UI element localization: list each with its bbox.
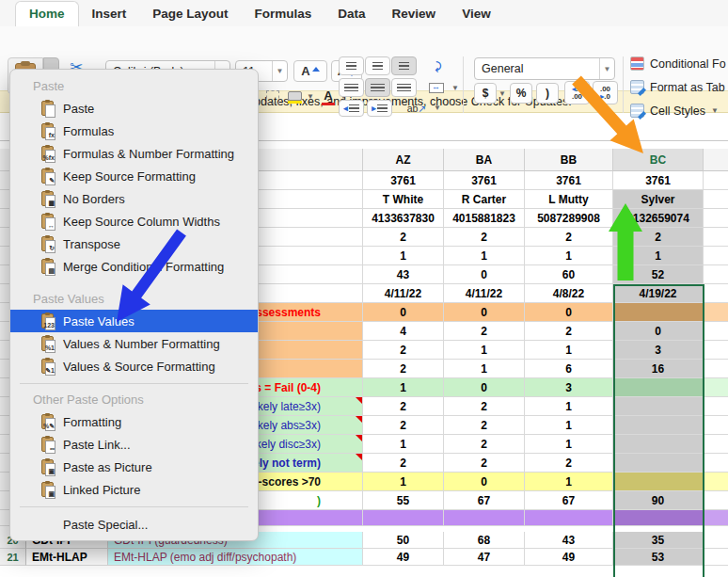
data-cell-ba[interactable]: 0 <box>444 473 525 491</box>
data-cell-az[interactable]: 49 <box>363 549 444 566</box>
data-cell-bc[interactable] <box>613 378 704 397</box>
fill-color-caret[interactable]: ▼ <box>307 92 314 101</box>
data-cell-az[interactable]: 2 <box>363 397 444 416</box>
data-cell-bc[interactable]: 0 <box>613 322 704 341</box>
menu-item-no-borders[interactable]: ▦No Borders <box>10 187 258 210</box>
data-cell-az[interactable]: 2 <box>363 454 444 473</box>
data-cell-bb[interactable]: 1 <box>525 247 613 265</box>
data-cell-az[interactable]: 2 <box>363 341 444 360</box>
data-cell-bc[interactable] <box>613 435 704 454</box>
data-cell-ba[interactable]: 0 <box>444 378 525 397</box>
data-cell-bb[interactable]: 2 <box>525 454 613 473</box>
data-cell-az[interactable]: 1 <box>363 378 444 397</box>
align-right-button[interactable] <box>391 78 417 97</box>
data-cell-bc[interactable]: Sylver <box>613 190 704 209</box>
menu-item-formatting[interactable]: %✎Formatting <box>10 410 258 433</box>
data-cell-bc[interactable]: 16 <box>613 360 704 378</box>
data-cell-az[interactable]: 4/11/22 <box>363 284 444 303</box>
data-cell-bc[interactable]: 52 <box>613 265 704 284</box>
data-cell-az[interactable]: 1 <box>363 473 444 491</box>
data-cell-bc[interactable]: 1 <box>613 247 704 265</box>
data-cell-ba[interactable]: R Carter <box>444 190 525 209</box>
conditional-formatting-button[interactable]: Conditional Fo <box>630 56 726 71</box>
data-cell-bb[interactable]: 49 <box>525 549 613 566</box>
data-cell-bb[interactable]: 1 <box>525 397 613 416</box>
data-cell-ba[interactable]: 67 <box>444 491 525 510</box>
data-cell-bc[interactable]: 53 <box>613 549 704 566</box>
data-cell-az[interactable]: 50 <box>363 532 444 549</box>
text-orientation-caret[interactable]: ▼ <box>434 104 441 112</box>
align-center-button[interactable] <box>365 78 390 97</box>
align-middle-button[interactable] <box>365 56 390 75</box>
tab-view[interactable]: View <box>449 2 504 26</box>
data-cell-bb[interactable]: 60 <box>525 265 613 284</box>
font-color-button[interactable]: A <box>319 86 338 109</box>
tab-formulas[interactable]: Formulas <box>242 2 325 26</box>
column-header-bc[interactable]: BC <box>613 149 704 171</box>
fill-color-button[interactable] <box>285 85 304 109</box>
merge-cells-button[interactable] <box>425 78 448 97</box>
tab-home[interactable]: Home <box>15 1 79 26</box>
text-orientation-button[interactable]: ab↗ <box>403 100 431 117</box>
data-cell-bb[interactable]: 3761 <box>525 171 613 190</box>
align-top-button[interactable] <box>339 56 364 75</box>
tab-data[interactable]: Data <box>324 2 378 26</box>
menu-item-formulas-number-formatting[interactable]: %fxFormulas & Number Formatting <box>10 142 258 165</box>
increase-font-size-button[interactable]: A <box>293 60 327 82</box>
align-left-button[interactable] <box>339 78 364 97</box>
data-cell-ba[interactable]: 1 <box>444 341 525 360</box>
data-cell-bc[interactable]: 2 <box>613 228 704 247</box>
number-format-select[interactable]: General ▼ <box>474 57 615 80</box>
menu-item-linked-picture[interactable]: ▣Linked Picture <box>10 478 258 501</box>
label-cell[interactable]: EMt-HLAP <box>26 549 108 566</box>
data-cell-bb[interactable] <box>525 510 613 526</box>
data-cell-bb[interactable]: 6 <box>525 360 613 378</box>
data-cell-bc[interactable]: 3 <box>613 341 704 360</box>
currency-format-button[interactable]: $ <box>474 83 497 104</box>
tab-insert[interactable]: Insert <box>79 2 140 26</box>
menu-item-paste-values[interactable]: 123Paste Values <box>10 310 258 332</box>
data-cell-az[interactable]: T White <box>363 190 444 209</box>
tab-page-layout[interactable]: Page Layout <box>139 2 241 26</box>
menu-item-values-number-formatting[interactable]: %1Values & Number Formatting <box>10 332 258 355</box>
column-header-ba[interactable]: BA <box>444 149 525 171</box>
data-cell-bb[interactable]: 67 <box>525 491 613 510</box>
data-cell-bc[interactable]: 3761 <box>613 171 704 190</box>
data-cell-bb[interactable]: L Mutty <box>525 190 613 209</box>
data-cell-ba[interactable]: 2 <box>444 435 525 454</box>
data-cell-bb[interactable]: 5087289908 <box>525 209 613 228</box>
data-cell-ba[interactable]: 1 <box>444 247 525 265</box>
data-cell-az[interactable]: 0 <box>363 303 444 322</box>
data-cell-az[interactable] <box>363 510 444 526</box>
data-cell-bb[interactable]: 2 <box>525 228 613 247</box>
borders-button[interactable] <box>263 87 282 107</box>
data-cell-bb[interactable]: 2 <box>525 322 613 341</box>
increase-indent-button[interactable]: ▸ <box>367 100 392 117</box>
align-bottom-button[interactable] <box>391 56 417 75</box>
data-cell-ba[interactable]: 0 <box>444 303 525 322</box>
data-cell-ba[interactable] <box>444 510 525 526</box>
data-cell-bc[interactable] <box>613 416 704 435</box>
menu-item-paste-special[interactable]: Paste Special... <box>10 513 258 536</box>
data-cell-az[interactable]: 2 <box>363 416 444 435</box>
decrease-indent-button[interactable]: ◂ <box>339 100 364 117</box>
data-cell-az[interactable]: 55 <box>363 491 444 510</box>
data-cell-bb[interactable]: 1 <box>525 416 613 435</box>
data-cell-ba[interactable]: 2 <box>444 228 525 247</box>
merge-cells-caret[interactable]: ▼ <box>451 84 459 92</box>
data-cell-bb[interactable]: 1 <box>525 341 613 360</box>
data-cell-ba[interactable]: 4/11/22 <box>444 284 525 303</box>
data-cell-bb[interactable]: 4/8/22 <box>525 284 613 303</box>
data-cell-ba[interactable]: 4015881823 <box>444 209 525 228</box>
data-cell-bc[interactable]: 35 <box>613 532 704 549</box>
data-cell-az[interactable]: 3761 <box>363 171 444 190</box>
description-cell[interactable]: EMt-HLAP (emo adj diff/psychopath) <box>108 549 363 566</box>
data-cell-ba[interactable]: 68 <box>444 532 525 549</box>
data-cell-bc[interactable] <box>613 473 704 491</box>
data-cell-az[interactable]: 4133637830 <box>363 209 444 228</box>
data-cell-az[interactable]: 4 <box>363 322 444 341</box>
menu-item-paste-link[interactable]: ∞Paste Link... <box>10 433 258 456</box>
data-cell-az[interactable]: 2 <box>363 360 444 378</box>
format-as-table-button[interactable]: Format as Tab <box>630 80 725 94</box>
data-cell-ba[interactable]: 2 <box>444 397 525 416</box>
